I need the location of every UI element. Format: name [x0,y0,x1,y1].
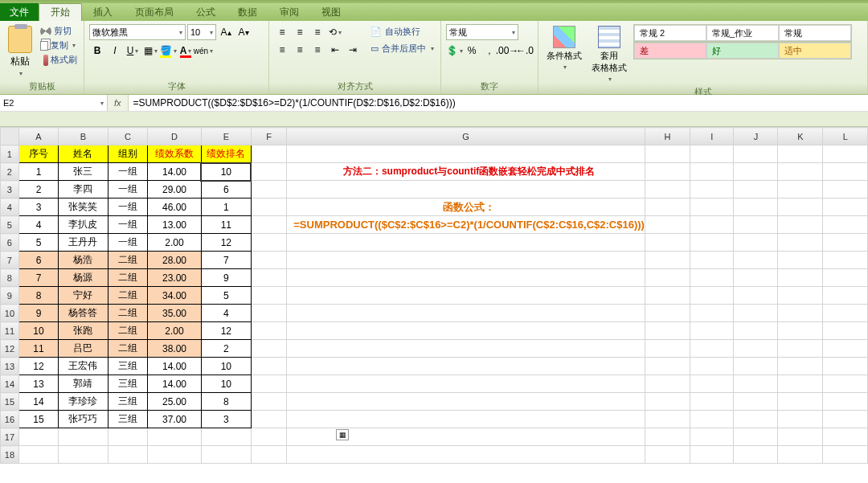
col-header-A[interactable]: A [18,128,58,145]
cell-A17[interactable] [18,428,58,446]
col-header-I[interactable]: I [690,128,734,145]
cell-G3[interactable] [287,181,645,199]
row-header-4[interactable]: 4 [1,199,19,216]
border-button[interactable]: ▦▾ [142,43,158,59]
autofill-options-icon[interactable]: ▦ [336,429,349,440]
col-header-H[interactable]: H [645,128,690,145]
cell-H14[interactable] [645,375,690,393]
formula-bar-expand[interactable] [0,112,868,126]
cell-J18[interactable] [734,446,778,464]
cell-L5[interactable] [823,216,868,234]
style-good[interactable]: 好 [706,43,779,59]
cell-I8[interactable] [690,269,734,287]
cell-G6[interactable] [287,234,645,252]
cell-C15[interactable]: 三组 [108,393,147,411]
cell-G12[interactable] [287,340,645,358]
cell-F13[interactable] [251,358,286,375]
row-header-1[interactable]: 1 [1,145,19,163]
spreadsheet-grid[interactable]: ABCDEFGHIJKL1序号姓名组别绩效系数绩效排名21张三一组14.0010… [0,127,868,464]
percent-button[interactable]: % [464,43,480,59]
row-header-8[interactable]: 8 [1,269,19,287]
row-header-7[interactable]: 7 [1,252,19,269]
align-middle-button[interactable]: ≡ [292,24,308,40]
cell-D5[interactable]: 13.00 [148,216,202,234]
cell-I12[interactable] [690,340,734,358]
cell-K9[interactable] [778,287,823,305]
cell-L16[interactable] [823,411,868,428]
cell-E15[interactable]: 8 [201,393,251,411]
cell-C4[interactable]: 一组 [108,199,147,216]
row-header-17[interactable]: 17 [1,428,19,446]
cell-L9[interactable] [823,287,868,305]
cell-H12[interactable] [645,340,690,358]
cell-L11[interactable] [823,322,868,340]
style-normal-hw[interactable]: 常规_作业 [706,25,779,41]
cell-B11[interactable]: 张跑 [59,322,108,340]
cell-G13[interactable] [287,358,645,375]
paste-button[interactable]: 粘贴 ▾ [5,24,35,79]
align-right-button[interactable]: ≡ [309,42,326,58]
row-header-3[interactable]: 3 [1,181,19,199]
cell-K17[interactable] [778,428,823,446]
cell-K8[interactable] [778,269,823,287]
cell-D13[interactable]: 14.00 [148,358,202,375]
cell-C18[interactable] [108,446,147,464]
cell-B6[interactable]: 王丹丹 [59,234,108,252]
tab-view[interactable]: 视图 [310,3,352,21]
cell-K5[interactable] [778,216,823,234]
cell-H4[interactable] [645,199,690,216]
cell-E5[interactable]: 11 [201,216,251,234]
wrap-text-button[interactable]: 📄自动换行 [369,24,436,39]
cell-C7[interactable]: 二组 [108,252,147,269]
row-header-6[interactable]: 6 [1,234,19,252]
formula-input[interactable]: =SUMPRODUCT(($D$2:$D$16>=D2)*(1/COUNTIF(… [129,95,868,111]
cell-C5[interactable]: 一组 [108,216,147,234]
indent-dec-button[interactable]: ⇤ [327,42,343,58]
cell-F1[interactable] [251,145,286,163]
row-header-13[interactable]: 13 [1,358,19,375]
cell-E3[interactable]: 6 [201,181,251,199]
cell-A7[interactable]: 6 [18,252,58,269]
cell-E8[interactable]: 9 [201,269,251,287]
row-header-14[interactable]: 14 [1,375,19,393]
cell-A12[interactable]: 11 [18,340,58,358]
cell-G11[interactable] [287,322,645,340]
row-header-2[interactable]: 2 [1,163,19,181]
cell-F18[interactable] [251,446,286,464]
cell-L8[interactable] [823,269,868,287]
cell-G15[interactable] [287,393,645,411]
cell-A6[interactable]: 5 [18,234,58,252]
cell-H10[interactable] [645,305,690,322]
decrease-decimal-button[interactable]: ←.0 [517,43,533,59]
cell-A14[interactable]: 13 [18,375,58,393]
cell-D11[interactable]: 2.00 [148,322,202,340]
cell-H16[interactable] [645,411,690,428]
cell-J1[interactable] [734,145,778,163]
cell-L6[interactable] [823,234,868,252]
conditional-format-button[interactable]: 条件格式▾ [543,24,585,72]
cell-E1[interactable]: 绩效排名 [201,145,251,163]
cell-H15[interactable] [645,393,690,411]
cell-L2[interactable] [823,163,868,181]
cell-I13[interactable] [690,358,734,375]
cut-button[interactable]: 剪切 [39,24,79,38]
cell-B9[interactable]: 宁好 [59,287,108,305]
cell-L4[interactable] [823,199,868,216]
italic-button[interactable]: I [107,43,123,59]
number-format-combo[interactable]: 常规▾ [446,24,518,40]
cell-H9[interactable] [645,287,690,305]
col-header-F[interactable]: F [251,128,286,145]
cell-J10[interactable] [734,305,778,322]
cell-K16[interactable] [778,411,823,428]
cell-L12[interactable] [823,340,868,358]
cell-L10[interactable] [823,305,868,322]
cell-I4[interactable] [690,199,734,216]
cell-A8[interactable]: 7 [18,269,58,287]
cell-D2[interactable]: 14.00 [148,163,202,181]
cell-B1[interactable]: 姓名 [59,145,108,163]
cell-L3[interactable] [823,181,868,199]
cell-D8[interactable]: 23.00 [148,269,202,287]
cell-F2[interactable] [251,163,286,181]
copy-button[interactable]: 复制▾ [39,39,79,52]
align-center-button[interactable]: ≡ [292,42,308,58]
